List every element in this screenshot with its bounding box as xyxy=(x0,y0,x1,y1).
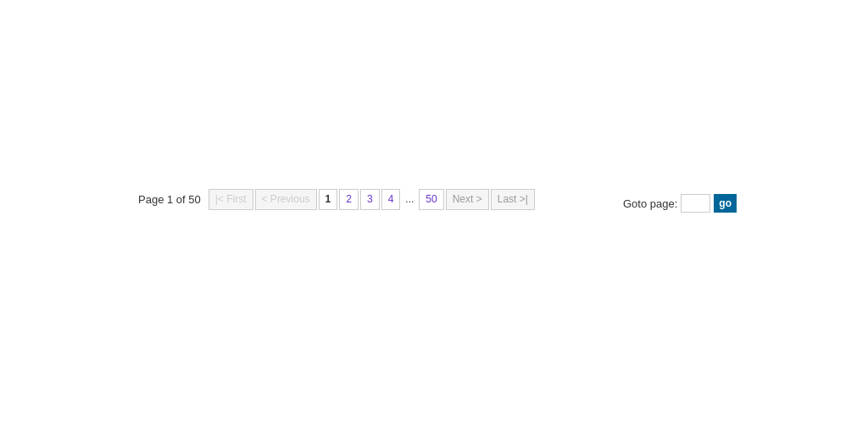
goto-page-container: Goto page: go xyxy=(623,194,737,213)
page-50-button[interactable]: 50 xyxy=(419,189,443,210)
goto-button[interactable]: go xyxy=(714,194,737,213)
page-4-button[interactable]: 4 xyxy=(381,189,401,210)
last-button[interactable]: Last >| xyxy=(491,189,535,210)
ellipsis: ... xyxy=(402,190,417,209)
next-button[interactable]: Next > xyxy=(446,189,489,210)
goto-label: Goto page: xyxy=(623,197,677,210)
page-2-button[interactable]: 2 xyxy=(339,189,359,210)
first-button[interactable]: |< First xyxy=(209,189,253,210)
pagination-bar: Page 1 of 50 |< First < Previous 1 2 3 4… xyxy=(138,189,536,210)
page-3-button[interactable]: 3 xyxy=(360,189,380,210)
page-1-button[interactable]: 1 xyxy=(319,189,338,210)
page-info: Page 1 of 50 xyxy=(138,193,201,206)
previous-button[interactable]: < Previous xyxy=(255,189,317,210)
goto-input[interactable] xyxy=(681,194,710,213)
